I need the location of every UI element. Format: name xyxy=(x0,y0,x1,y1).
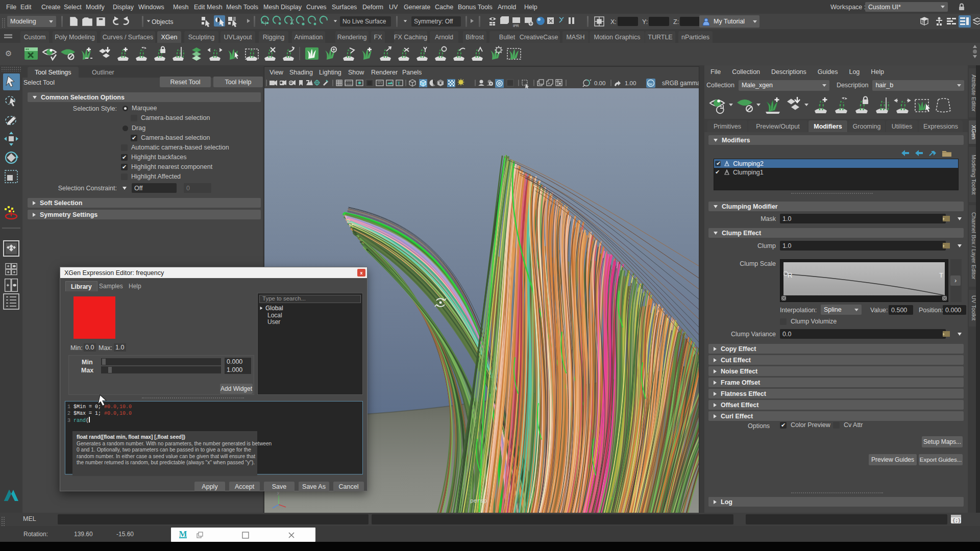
svg-text:sRGB gamma: sRGB gamma xyxy=(662,80,699,87)
svg-text:T: T xyxy=(939,271,943,279)
svg-text:{;}: {;} xyxy=(952,518,961,523)
svg-text:R: R xyxy=(788,271,792,279)
svg-text:0.00: 0.00 xyxy=(594,80,605,86)
svg-text:T: T xyxy=(398,81,401,86)
svg-text:IPR: IPR xyxy=(513,24,519,28)
svg-text:tw: tw xyxy=(648,82,652,86)
svg-text:1.00: 1.00 xyxy=(625,80,636,86)
